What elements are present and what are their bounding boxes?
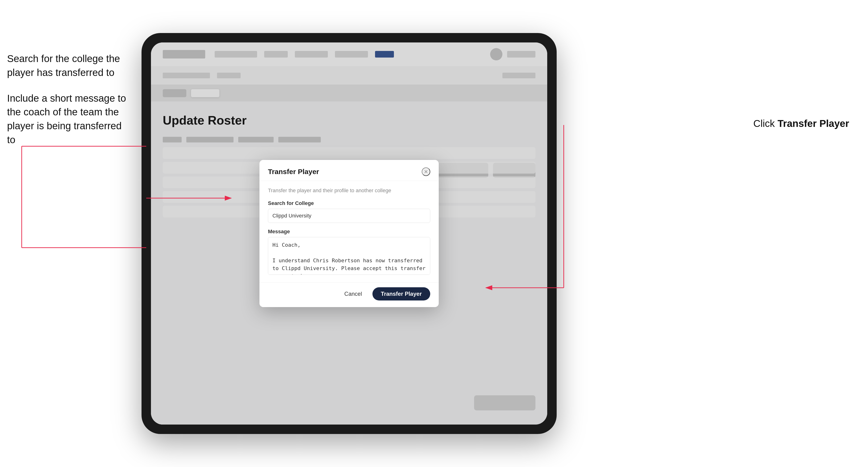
- modal-close-button[interactable]: ×: [422, 167, 430, 176]
- modal-header: Transfer Player ×: [259, 160, 439, 181]
- annotation-left: Search for the college the player has tr…: [7, 52, 130, 159]
- dialog-overlay: Transfer Player × Transfer the player an…: [151, 42, 547, 425]
- cancel-button[interactable]: Cancel: [339, 288, 368, 300]
- annotation-search-text: Search for the college the player has tr…: [7, 52, 130, 80]
- annotation-right: Click Transfer Player: [753, 118, 849, 129]
- search-college-label: Search for College: [268, 200, 430, 206]
- annotation-transfer-text: Transfer Player: [777, 118, 849, 129]
- message-textarea[interactable]: Hi Coach, I understand Chris Robertson h…: [268, 237, 430, 275]
- transfer-player-modal: Transfer Player × Transfer the player an…: [259, 160, 439, 307]
- search-college-input[interactable]: [268, 209, 430, 223]
- tablet-device: Update Roster Transfer: [142, 33, 557, 434]
- annotation-click-text: Click: [753, 118, 775, 129]
- message-label: Message: [268, 228, 430, 235]
- transfer-player-button[interactable]: Transfer Player: [372, 287, 430, 301]
- annotation-message-text: Include a short message to the coach of …: [7, 92, 130, 147]
- modal-title: Transfer Player: [268, 168, 319, 176]
- modal-subtitle: Transfer the player and their profile to…: [268, 187, 430, 194]
- tablet-screen: Update Roster Transfer: [151, 42, 547, 425]
- modal-footer: Cancel Transfer Player: [259, 282, 439, 307]
- modal-body: Transfer the player and their profile to…: [259, 181, 439, 282]
